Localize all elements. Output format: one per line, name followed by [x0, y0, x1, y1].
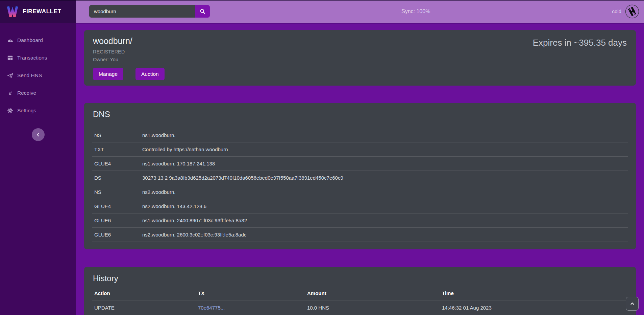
- search-bar: [89, 5, 210, 18]
- domain-card: woodburn/ REGISTERED Owner: You Manage A…: [84, 30, 636, 86]
- handshake-logo-icon[interactable]: [625, 4, 639, 19]
- scroll-to-top-button[interactable]: [626, 297, 639, 311]
- dns-record-value: ns2.woodburn. 2600:3c02::f03c:93ff:fe5a:…: [140, 228, 628, 242]
- dns-record-type: NS: [92, 185, 140, 199]
- app-window: FIREWALLET Dashboard Transactions Send H…: [0, 0, 644, 315]
- chevron-left-icon: [36, 132, 41, 137]
- domain-owner: Owner: You: [93, 57, 627, 62]
- magnifier-icon: [200, 8, 205, 14]
- dns-record-value: ns2.woodburn.: [140, 185, 628, 199]
- dns-record-type: GLUE6: [92, 213, 140, 228]
- history-row: UPDATE 70e64775... 10.0 HNS 14:46:32 01 …: [92, 300, 628, 315]
- history-amount: 10.0 HNS: [305, 300, 440, 315]
- sidebar-item-label: Settings: [17, 108, 36, 114]
- topbar: Sync: 100% cold: [76, 0, 644, 23]
- domain-actions: Manage Auction: [93, 68, 627, 80]
- table-icon: [7, 54, 14, 61]
- paper-plane-icon: [7, 72, 14, 79]
- brand-header: FIREWALLET: [0, 0, 76, 23]
- dns-record-row: GLUE4 ns2.woodburn. 143.42.128.6: [92, 199, 628, 213]
- history-col-tx: TX: [196, 287, 305, 300]
- sidebar-item-label: Receive: [17, 90, 36, 96]
- dns-record-row: GLUE6 ns2.woodburn. 2600:3c02::f03c:93ff…: [92, 228, 628, 242]
- manage-button[interactable]: Manage: [93, 68, 123, 80]
- history-time: 14:46:32 01 Aug 2023: [440, 300, 628, 315]
- wallet-name: cold: [612, 8, 621, 14]
- dns-title: DNS: [93, 110, 628, 119]
- dns-record-value: ns2.woodburn. 143.42.128.6: [140, 199, 628, 213]
- dns-record-type: GLUE6: [92, 228, 140, 242]
- sidebar-item-label: Send HNS: [17, 72, 42, 78]
- history-col-amount: Amount: [305, 287, 440, 300]
- page-content: woodburn/ REGISTERED Owner: You Manage A…: [76, 23, 644, 315]
- sidebar-item-settings[interactable]: Settings: [0, 102, 76, 119]
- dns-record-row: TXT Controlled by https://nathan.woodbur…: [92, 142, 628, 157]
- gear-icon: [7, 107, 14, 114]
- history-col-time: Time: [440, 287, 628, 300]
- auction-button[interactable]: Auction: [135, 68, 165, 80]
- domain-status: REGISTERED: [93, 49, 627, 54]
- dns-record-row: NS ns1.woodburn.: [92, 128, 628, 142]
- dns-record-value: ns1.woodburn. 2400:8907::f03c:93ff:fe5a:…: [140, 213, 628, 228]
- history-col-action: Action: [92, 287, 196, 300]
- history-header-row: Action TX Amount Time: [92, 287, 628, 300]
- dns-record-type: NS: [92, 128, 140, 142]
- sidebar-item-label: Transactions: [17, 55, 47, 61]
- sidebar-collapse-button[interactable]: [32, 128, 45, 141]
- sidebar-item-receive[interactable]: Receive: [0, 84, 76, 102]
- brand-name: FIREWALLET: [23, 8, 61, 15]
- sidebar-item-dashboard[interactable]: Dashboard: [0, 31, 76, 49]
- dns-record-row: NS ns2.woodburn.: [92, 185, 628, 199]
- dns-record-value: Controlled by https://nathan.woodburn: [140, 142, 628, 157]
- sidebar-nav: Dashboard Transactions Send HNS Receive: [0, 23, 76, 141]
- firewallet-logo-icon: [7, 6, 18, 17]
- dns-record-type: GLUE4: [92, 199, 140, 213]
- dns-record-value: 30273 13 2 9a3a8fb3d625d2a2073d740f10da6…: [140, 171, 628, 185]
- gauge-icon: [7, 37, 14, 44]
- dns-record-row: GLUE4 ns1.woodburn. 170.187.241.138: [92, 157, 628, 171]
- dns-record-row: GLUE6 ns1.woodburn. 2400:8907::f03c:93ff…: [92, 213, 628, 228]
- dns-record-type: GLUE4: [92, 157, 140, 171]
- search-input[interactable]: [89, 5, 195, 18]
- dns-record-type: DS: [92, 171, 140, 185]
- dns-record-value: ns1.woodburn.: [140, 128, 628, 142]
- dns-card: DNS NS ns1.woodburn. TXT Controlled by h…: [84, 103, 636, 249]
- expires-text: Expires in ~395.35 days: [533, 38, 627, 48]
- sync-status: Sync: 100%: [401, 0, 430, 23]
- arrow-down-left-icon: [7, 90, 14, 96]
- history-title: History: [93, 274, 628, 283]
- search-button[interactable]: [195, 5, 210, 18]
- tx-link[interactable]: 70e64775...: [198, 305, 225, 311]
- dns-record-value: ns1.woodburn. 170.187.241.138: [140, 157, 628, 171]
- sidebar: FIREWALLET Dashboard Transactions Send H…: [0, 0, 76, 315]
- dns-record-row: DS 30273 13 2 9a3a8fb3d625d2a2073d740f10…: [92, 171, 628, 185]
- dns-record-type: TXT: [92, 142, 140, 157]
- dns-table: NS ns1.woodburn. TXT Controlled by https…: [92, 128, 628, 242]
- sidebar-item-transactions[interactable]: Transactions: [0, 49, 76, 67]
- history-card: History Action TX Amount Time UPDATE: [84, 267, 636, 315]
- wallet-chip: cold: [612, 0, 639, 23]
- sidebar-item-send-hns[interactable]: Send HNS: [0, 67, 76, 84]
- history-table: Action TX Amount Time UPDATE 70e64775...…: [92, 287, 628, 315]
- sidebar-item-label: Dashboard: [17, 37, 43, 43]
- main-column: Sync: 100% cold: [76, 0, 644, 315]
- history-action: UPDATE: [92, 300, 196, 315]
- chevron-up-icon: [630, 301, 635, 306]
